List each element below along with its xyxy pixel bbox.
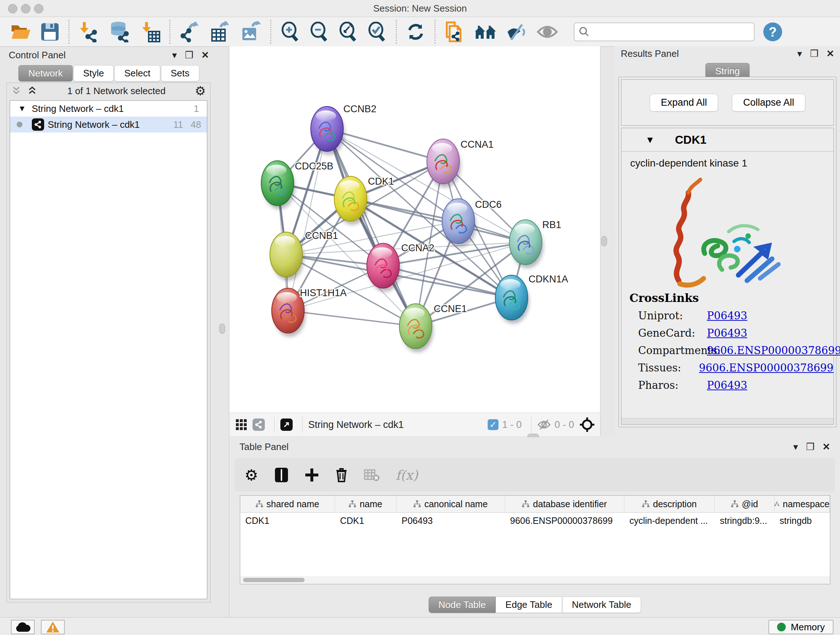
maximize-window-icon[interactable] <box>34 4 43 13</box>
tab-edge-table[interactable]: Edge Table <box>496 597 562 613</box>
refresh-button[interactable] <box>406 22 425 42</box>
birdseye-crosshair-icon[interactable] <box>579 417 595 432</box>
tab-select[interactable]: Select <box>114 65 160 81</box>
tab-network[interactable]: Network <box>19 65 73 81</box>
table-row[interactable]: CDK1CDK1P064939606.ENSP00000378699cyclin… <box>240 513 830 529</box>
graph-edge-CCNB2-HIST1H1A[interactable] <box>288 129 327 310</box>
crosslink-link[interactable]: P06493 <box>707 327 747 339</box>
grid-view-icon[interactable] <box>235 418 248 431</box>
tab-sets[interactable]: Sets <box>161 65 199 81</box>
network-row[interactable]: String Network – cdk1 11 48 <box>10 117 207 133</box>
network-collection-row[interactable]: ▼ String Network – cdk1 1 <box>10 101 207 117</box>
panel-float-icon[interactable]: ❒ <box>185 50 193 61</box>
column-header-shared-name[interactable]: shared name <box>240 496 335 512</box>
hidden-eye-icon[interactable] <box>537 419 551 430</box>
graph-node-CDC6[interactable] <box>442 199 476 247</box>
results-scrollbar[interactable] <box>622 418 834 424</box>
column-header-canonical-name[interactable]: canonical name <box>396 496 505 512</box>
export-table-button[interactable] <box>210 21 231 42</box>
section-expander-icon[interactable]: ▼ <box>645 134 655 146</box>
zoom-in-button[interactable] <box>280 22 300 42</box>
database-import-icon <box>109 21 131 42</box>
vertical-splitter-handle[interactable] <box>219 324 225 334</box>
show-all-button[interactable] <box>537 24 558 40</box>
add-column-icon[interactable] <box>305 468 319 482</box>
table-options-gear-icon[interactable]: ⚙ <box>245 466 258 484</box>
minimize-window-icon[interactable] <box>21 4 30 13</box>
delete-table-icon[interactable] <box>364 469 380 481</box>
close-window-icon[interactable] <box>8 4 17 13</box>
cell-namespace[interactable]: stringdb <box>775 513 830 529</box>
graph-node-RB1[interactable] <box>509 220 543 268</box>
graph-node-CDC25B[interactable] <box>261 161 295 209</box>
open-session-button[interactable] <box>10 22 31 41</box>
zoom-out-button[interactable] <box>309 22 329 42</box>
column-header-database-identifier[interactable]: database identifier <box>505 496 624 512</box>
panel-close-icon[interactable]: ✕ <box>822 441 830 453</box>
table-hscrollbar-thumb[interactable] <box>243 578 305 582</box>
graph-node-CCNB1[interactable] <box>270 232 304 280</box>
cell-@id[interactable]: stringdb:9... <box>715 513 775 529</box>
column-header-namespace[interactable]: namespace <box>775 496 830 512</box>
column-header-description[interactable]: description <box>624 496 715 512</box>
crosslink-link[interactable]: 9606.ENSP00000378699 <box>707 344 840 356</box>
vertical-splitter-handle[interactable] <box>601 236 607 246</box>
table-hscrollbar[interactable] <box>240 576 830 584</box>
crosslink-link[interactable]: P06493 <box>707 379 747 391</box>
string-home-button[interactable] <box>474 24 497 40</box>
function-builder-icon[interactable]: f(x) <box>396 468 418 483</box>
panel-collapse-icon[interactable]: ▾ <box>797 48 802 59</box>
expand-all-icon[interactable] <box>27 86 38 96</box>
tab-node-table[interactable]: Node Table <box>429 597 496 613</box>
network-graph-canvas[interactable]: CCNB2CCNA1CDC25BCDK1CDC6RB1CCNB1CCNA2CDK… <box>229 46 600 413</box>
import-network-database-button[interactable] <box>109 21 131 42</box>
panel-close-icon[interactable]: ✕ <box>826 48 834 59</box>
graph-node-CCNE1[interactable] <box>399 304 433 352</box>
panel-collapse-icon[interactable]: ▾ <box>793 441 798 453</box>
graph-node-label-CCNA2: CCNA2 <box>401 242 434 253</box>
panel-collapse-icon[interactable]: ▾ <box>172 50 177 61</box>
cloud-button[interactable] <box>11 620 35 634</box>
tab-style[interactable]: Style <box>73 65 114 81</box>
warnings-button[interactable] <box>41 620 65 634</box>
search-input[interactable] <box>592 24 754 40</box>
cell-shared-name[interactable]: CDK1 <box>240 513 335 529</box>
cell-name[interactable]: CDK1 <box>335 513 396 529</box>
expand-all-button[interactable]: Expand All <box>650 94 718 111</box>
string-view-icon[interactable] <box>253 418 265 431</box>
graph-node-CDKN1A[interactable] <box>495 275 529 324</box>
import-network-file-button[interactable] <box>79 21 99 42</box>
zoom-selected-button[interactable] <box>367 22 387 42</box>
help-button[interactable]: ? <box>763 22 782 41</box>
panel-close-icon[interactable]: ✕ <box>201 50 209 61</box>
column-header-@id[interactable]: @id <box>715 496 775 512</box>
tab-network-table[interactable]: Network Table <box>562 597 641 613</box>
memory-button[interactable]: Memory <box>768 620 834 634</box>
crosslink-link[interactable]: P06493 <box>707 310 747 322</box>
zoom-fit-button[interactable] <box>338 22 358 42</box>
cell-description[interactable]: cyclin-dependent ... <box>624 513 715 529</box>
export-image-button[interactable] <box>240 21 261 42</box>
export-network-button[interactable] <box>180 21 201 42</box>
delete-column-icon[interactable] <box>335 467 348 483</box>
tree-expander-icon[interactable]: ▼ <box>18 104 26 113</box>
graph-edge-CCNE1-HIST1H1A[interactable] <box>288 310 416 326</box>
cell-database-identifier[interactable]: 9606.ENSP00000378699 <box>505 513 624 529</box>
panel-float-icon[interactable]: ❒ <box>806 441 814 453</box>
column-header-name[interactable]: name <box>335 496 396 512</box>
graph-node-CCNA2[interactable] <box>367 243 401 292</box>
selected-checkbox-icon[interactable]: ✓ <box>488 419 499 430</box>
show-columns-icon[interactable] <box>274 467 289 483</box>
gear-icon[interactable]: ⚙ <box>195 84 206 98</box>
open-in-window-icon[interactable] <box>280 418 293 431</box>
string-copy-share-button[interactable] <box>445 21 465 43</box>
graph-node-CCNB2[interactable] <box>311 106 345 155</box>
collapse-all-icon[interactable] <box>11 86 22 96</box>
collapse-all-button[interactable]: Collapse All <box>732 94 805 111</box>
import-table-button[interactable] <box>141 21 160 42</box>
panel-float-icon[interactable]: ❒ <box>810 48 818 59</box>
save-session-button[interactable] <box>41 22 59 41</box>
cell-canonical-name[interactable]: P06493 <box>396 513 505 529</box>
crosslink-link[interactable]: 9606.ENSP00000378699 <box>699 362 834 374</box>
hide-selection-button[interactable] <box>506 22 527 41</box>
